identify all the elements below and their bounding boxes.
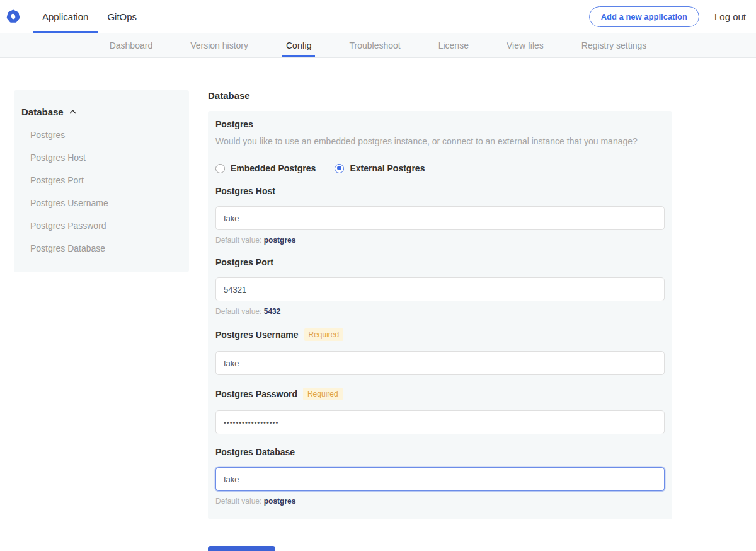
postgres-username-label: Postgres Username (215, 330, 299, 340)
tab-gitops[interactable]: GitOps (98, 0, 146, 33)
default-hint-label: Default value: (215, 236, 261, 245)
postgres-host-label: Postgres Host (215, 186, 275, 196)
sidebar-item-postgres-password[interactable]: Postgres Password (21, 221, 181, 231)
nav-item-version-history[interactable]: Version history (186, 33, 252, 57)
app-logo[interactable] (0, 0, 33, 33)
radio-external-postgres-label: External Postgres (350, 163, 425, 173)
postgres-username-input[interactable] (215, 351, 665, 375)
sidebar-item-postgres-host[interactable]: Postgres Host (21, 153, 181, 163)
default-hint-value: postgres (264, 236, 296, 245)
save-config-button[interactable]: Save config (208, 546, 275, 551)
postgres-type-radio-group: Embedded Postgres External Postgres (215, 163, 665, 173)
sidebar-item-postgres-database[interactable]: Postgres Database (21, 243, 181, 253)
radio-embedded-postgres[interactable]: Embedded Postgres (215, 163, 316, 173)
default-hint-label: Default value: (215, 497, 261, 506)
sidebar-item-postgres-port[interactable]: Postgres Port (21, 175, 181, 185)
required-badge: Required (303, 388, 343, 400)
radio-external-postgres[interactable]: External Postgres (335, 163, 425, 173)
postgres-host-input[interactable] (215, 206, 665, 230)
app-subnav: Dashboard Version history Config Trouble… (0, 33, 756, 58)
postgres-database-label: Postgres Database (215, 447, 295, 457)
content-area: Database Postgres Postgres Host Postgres… (0, 58, 756, 551)
postgres-password-input[interactable] (215, 410, 665, 434)
postgres-port-input[interactable] (215, 277, 665, 301)
chevron-up-icon (69, 109, 77, 115)
config-group-help: Would you like to use an embedded postgr… (215, 136, 665, 146)
kots-logo-icon (6, 9, 20, 23)
nav-item-view-files[interactable]: View files (503, 33, 547, 57)
field-postgres-database: Postgres Database Default value: postgre… (215, 447, 665, 506)
sidebar-items: Postgres Postgres Host Postgres Port Pos… (21, 130, 181, 253)
postgres-port-label: Postgres Port (215, 257, 273, 267)
logout-button[interactable]: Log out (714, 11, 746, 22)
postgres-database-input[interactable] (215, 467, 665, 491)
add-new-application-button[interactable]: Add a new application (589, 6, 699, 27)
nav-item-dashboard[interactable]: Dashboard (106, 33, 157, 57)
postgres-password-label: Postgres Password (215, 389, 297, 399)
nav-item-troubleshoot[interactable]: Troubleshoot (345, 33, 404, 57)
field-postgres-password: Postgres Password Required (215, 388, 665, 434)
postgres-host-default-hint: Default value: postgres (215, 236, 665, 245)
default-hint-label: Default value: (215, 307, 261, 316)
field-postgres-username: Postgres Username Required (215, 328, 665, 375)
config-sidebar: Database Postgres Postgres Host Postgres… (14, 90, 189, 272)
sidebar-group-database[interactable]: Database (21, 107, 181, 117)
field-postgres-host: Postgres Host Default value: postgres (215, 186, 665, 245)
page-title: Database (208, 90, 672, 101)
postgres-port-default-hint: Default value: 5432 (215, 307, 665, 316)
radio-unselected-icon[interactable] (215, 164, 225, 173)
header-right: Add a new application Log out (589, 0, 756, 33)
default-hint-value: postgres (264, 497, 296, 506)
radio-embedded-postgres-label: Embedded Postgres (231, 163, 316, 173)
config-main: Database Postgres Would you like to use … (208, 90, 672, 551)
default-hint-value: 5432 (264, 307, 281, 316)
postgres-database-default-hint: Default value: postgres (215, 497, 665, 506)
sidebar-item-postgres-username[interactable]: Postgres Username (21, 198, 181, 208)
radio-selected-icon[interactable] (335, 164, 344, 173)
nav-item-registry-settings[interactable]: Registry settings (578, 33, 650, 57)
required-badge: Required (304, 328, 344, 341)
sidebar-group-label: Database (21, 107, 64, 117)
config-group-label: Postgres (215, 119, 665, 129)
nav-item-config[interactable]: Config (282, 33, 315, 57)
config-card: Postgres Would you like to use an embedd… (208, 111, 672, 519)
field-postgres-port: Postgres Port Default value: 5432 (215, 257, 665, 316)
nav-item-license[interactable]: License (435, 33, 472, 57)
sidebar-item-postgres[interactable]: Postgres (21, 130, 181, 140)
top-header: Application GitOps Add a new application… (0, 0, 756, 33)
top-tabs: Application GitOps (33, 0, 146, 33)
tab-application[interactable]: Application (33, 0, 98, 33)
